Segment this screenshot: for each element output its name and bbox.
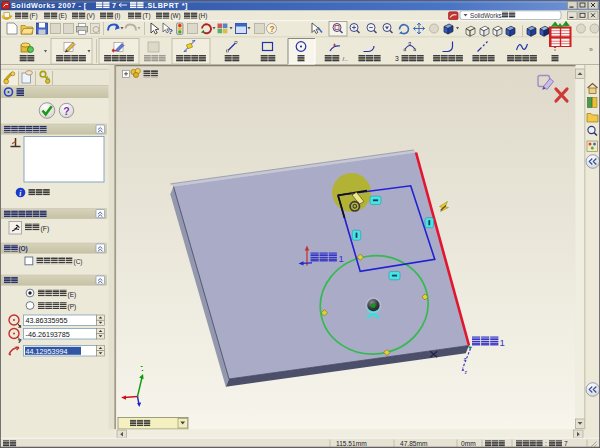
svg-text::: : bbox=[545, 440, 547, 447]
svg-text:1: 1 bbox=[339, 253, 344, 264]
svg-text:44.12953994: 44.12953994 bbox=[26, 347, 68, 356]
svg-text:SolidWorks 2007 - [: SolidWorks 2007 - [ bbox=[11, 1, 87, 10]
svg-text:?: ? bbox=[168, 27, 173, 36]
svg-text:0mm: 0mm bbox=[461, 440, 476, 447]
svg-text:115.51mm: 115.51mm bbox=[336, 440, 367, 447]
svg-text:(O): (O) bbox=[18, 245, 27, 253]
svg-text:.SLBPRT *]: .SLBPRT *] bbox=[145, 1, 188, 10]
svg-text:(T): (T) bbox=[143, 12, 151, 20]
svg-text:7: 7 bbox=[112, 1, 116, 10]
svg-text:1: 1 bbox=[500, 337, 505, 348]
svg-text:(C): (C) bbox=[74, 258, 83, 266]
svg-text:(V): (V) bbox=[87, 12, 95, 20]
svg-text:(P): (P) bbox=[68, 303, 77, 311]
svg-text:»: » bbox=[589, 46, 593, 53]
svg-text:(F): (F) bbox=[41, 225, 50, 233]
svg-text:z: z bbox=[464, 356, 467, 362]
svg-text:3: 3 bbox=[395, 55, 399, 62]
svg-text:(F): (F) bbox=[30, 12, 38, 20]
svg-text:(W): (W) bbox=[171, 12, 181, 20]
svg-text:47.85mm: 47.85mm bbox=[400, 440, 428, 447]
svg-text:(I): (I) bbox=[115, 12, 121, 20]
svg-text:(E): (E) bbox=[68, 291, 77, 299]
svg-text:?: ? bbox=[269, 24, 274, 34]
svg-text:(E): (E) bbox=[59, 12, 67, 20]
svg-text:SolidWorks: SolidWorks bbox=[470, 12, 502, 19]
svg-text:(H): (H) bbox=[199, 12, 208, 20]
svg-text:43.86335955: 43.86335955 bbox=[26, 316, 68, 325]
svg-text:?: ? bbox=[63, 105, 69, 117]
svg-text:7: 7 bbox=[564, 440, 568, 447]
svg-text:-46.26193785: -46.26193785 bbox=[26, 330, 70, 339]
svg-text:/..: /.. bbox=[343, 55, 348, 62]
